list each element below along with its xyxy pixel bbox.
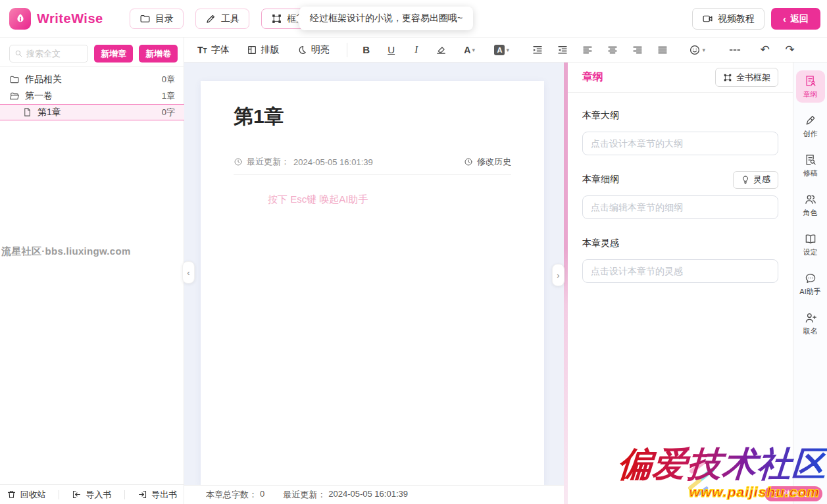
align-left-button[interactable] [578,41,597,59]
left-sidebar: 新增章 新增卷 作品相关 0章 第一卷 1章 第1章 0字 流星社区·bbs.l… [0,38,184,504]
outline-panel-header: 章纲 全书框架 [568,63,793,93]
total-word-count: 0 [260,489,264,501]
rail-item-naming[interactable]: 取名 [796,307,825,340]
collapse-panel-handle[interactable]: › [552,264,564,286]
import-book-button[interactable]: 导入书 [72,489,111,501]
user-plus-icon [804,311,817,324]
outdent-button[interactable] [553,41,572,59]
add-volume-button[interactable]: 新增卷 [139,45,178,63]
redo-button[interactable]: ↷ [780,41,800,59]
chevron-left-icon: ‹ [187,268,189,278]
chapter-title[interactable]: 第1章 [234,103,511,130]
book-icon [804,232,817,245]
ai-assistant-hint: 按下 Esc键 唤起AI助手 [234,193,511,206]
emoji-button[interactable]: ▾ [684,41,711,59]
writewise-app: WriteWise 目录 工具 框架 经过框架设计的小说，更容易出圈哦~ 视频教… [0,0,827,504]
file-icon [22,107,32,117]
rail-item-ai-assistant[interactable]: AI助手 [796,268,825,300]
font-color-button[interactable]: A ▾ [457,41,483,59]
inspiration-button[interactable]: 灵感 [733,171,778,189]
folder-open-icon [9,91,20,101]
app-title: WriteWise [37,11,103,26]
chapter-inspiration-input[interactable] [582,259,778,283]
doc-search-icon [804,153,817,166]
clear-format-button[interactable] [432,41,451,59]
font-icon: TT [197,45,207,55]
moon-icon [297,45,307,55]
editor-area: 第1章 最近更新： 2024-05-05 16:01:39 修改历史 按下 Es… [184,63,564,504]
word-count: 0字 [162,107,175,118]
header-nav: 目录 工具 框架 [130,9,315,29]
tree-row-works[interactable]: 作品相关 0章 [0,71,184,88]
export-icon [138,490,147,499]
book-framework-button[interactable]: 全书框架 [715,68,778,87]
search-box [9,45,88,63]
status-updated-time: 2024-05-05 16:01:39 [328,489,408,501]
feedback-button[interactable]: ? 体验反馈 [764,486,822,501]
outline-panel-body: 本章大纲 本章细纲 灵感 本章灵感 [568,93,793,283]
rail-item-create[interactable]: 创作 [796,110,825,142]
caret-down-icon: ▾ [472,47,475,53]
framework-tooltip: 经过框架设计的小说，更容易出圈哦~ [299,7,473,30]
align-right-button[interactable] [628,41,647,59]
rail-item-outline[interactable]: 章纲 [796,70,825,103]
underline-button[interactable]: U [382,41,401,59]
add-chapter-button[interactable]: 新增章 [94,45,133,63]
trash-icon [7,490,16,499]
rail-item-characters[interactable]: 角色 [796,189,825,221]
question-icon: ? [772,490,780,498]
bold-button[interactable]: B [357,41,376,59]
divider-line-icon [728,43,741,57]
clock-icon [234,157,243,166]
editor-statusbar: 本章总字数： 0 最近更新： 2024-05-05 16:01:39 [184,485,564,504]
chevron-left-icon: ‹ [783,13,786,24]
undo-button[interactable]: ↶ [755,41,775,59]
align-center-button[interactable] [603,41,622,59]
align-center-icon [607,44,618,56]
chapter-outline-input[interactable] [582,132,778,155]
collapse-sidebar-handle[interactable]: ‹ [182,261,195,284]
editor-page[interactable]: 第1章 最近更新： 2024-05-05 16:01:39 修改历史 按下 Es… [201,81,544,485]
caret-down-icon: ▾ [702,47,705,53]
toolbar-separator [347,43,347,57]
folder-icon [9,74,20,85]
tree-row-chapter1[interactable]: 第1章 0字 [0,104,184,120]
tree-row-volume1[interactable]: 第一卷 1章 [0,88,184,104]
header-right: 视频教程 ‹ 返回 [692,8,820,30]
history-button[interactable]: 修改历史 [464,156,511,168]
recycle-bin-button[interactable]: 回收站 [7,489,46,501]
users-icon [804,193,817,206]
justify-button[interactable] [653,41,672,59]
search-icon [14,49,23,58]
export-book-button[interactable]: 导出书 [138,489,177,501]
font-menu-button[interactable]: TT 字体 [197,44,230,56]
divider-insert-button[interactable] [725,41,745,59]
search-input[interactable] [26,49,79,59]
panel-title: 章纲 [582,70,603,84]
video-tutorial-button[interactable]: 视频教程 [692,8,764,30]
tools-button[interactable]: 工具 [195,9,249,29]
undo-icon: ↶ [761,43,770,57]
back-button[interactable]: ‹ 返回 [771,8,820,30]
rail-item-settings[interactable]: 设定 [796,228,825,261]
indent-button[interactable] [528,41,547,59]
indent-icon [532,44,543,56]
video-icon [702,13,713,24]
align-right-icon [632,44,643,56]
highlight-color-button[interactable]: A ▾ [488,41,516,59]
meta-divider [234,174,511,175]
history-clock-icon [464,157,473,166]
italic-button[interactable]: I [407,41,426,59]
pen-icon [205,13,216,24]
rail-item-revise[interactable]: 修稿 [796,149,825,182]
outdent-icon [557,44,568,56]
detail-outline-input[interactable] [582,195,778,219]
justify-icon [657,44,668,56]
theme-toggle-button[interactable]: 明亮 [297,44,330,56]
layout-menu-button[interactable]: 排版 [247,44,280,56]
chapter-tree: 作品相关 0章 第一卷 1章 第1章 0字 [0,71,184,120]
catalog-button[interactable]: 目录 [130,9,184,29]
import-icon [72,490,82,499]
detail-outline-header: 本章细纲 灵感 [582,171,778,188]
chat-bubble-icon [804,272,817,285]
